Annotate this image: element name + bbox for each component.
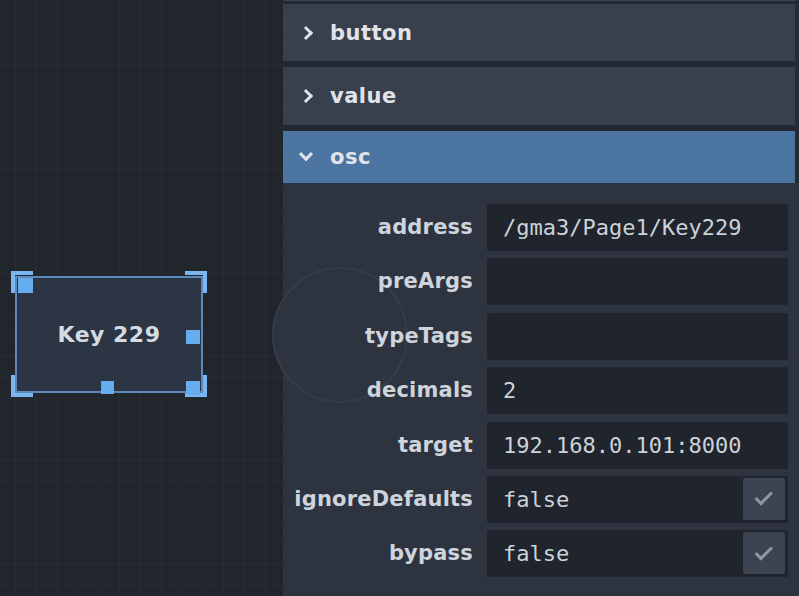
field-row-ignoredefaults: ignoreDefaults false <box>283 476 799 523</box>
section-label: value <box>330 84 397 108</box>
field-label: address <box>283 204 487 251</box>
resize-handle-bottom[interactable] <box>101 381 114 394</box>
chevron-right-icon <box>299 25 313 39</box>
editor-canvas[interactable]: Key 229 <box>0 0 283 596</box>
bypass-input[interactable]: false <box>487 530 788 577</box>
check-icon <box>754 488 772 506</box>
selection-bracket-bottom-left <box>11 375 33 397</box>
section-header-osc[interactable]: osc <box>283 131 799 183</box>
field-label: typeTags <box>283 313 487 360</box>
field-label: target <box>283 422 487 469</box>
section-label: osc <box>330 145 371 169</box>
field-row-preargs: preArgs <box>283 258 799 305</box>
chevron-right-icon <box>299 89 313 103</box>
field-row-bypass: bypass false <box>283 530 799 577</box>
decimals-input[interactable]: 2 <box>487 367 788 414</box>
field-row-target: target 192.168.0.101:8000 <box>283 422 799 469</box>
field-label: decimals <box>283 367 487 414</box>
resize-handle-bottom-right[interactable] <box>186 381 200 395</box>
panel-right-gutter <box>795 0 799 183</box>
chevron-down-icon <box>299 147 313 161</box>
osc-section-fields: address /gma3/Page1/Key229 preArgs typeT… <box>283 183 799 577</box>
field-row-decimals: decimals 2 <box>283 367 799 414</box>
section-label: button <box>330 21 412 45</box>
selection-bracket-top-right <box>185 271 207 293</box>
field-label: preArgs <box>283 258 487 305</box>
typetags-input[interactable] <box>487 313 788 360</box>
target-input[interactable]: 192.168.0.101:8000 <box>487 422 788 469</box>
address-input[interactable]: /gma3/Page1/Key229 <box>487 204 788 251</box>
field-value: false <box>503 541 569 566</box>
resize-handle-right[interactable] <box>186 330 200 344</box>
preargs-input[interactable] <box>487 258 788 305</box>
inspector-panel: button value osc address /gma3/Page1/Key… <box>283 0 799 596</box>
field-row-address: address /gma3/Page1/Key229 <box>283 204 799 251</box>
check-icon <box>754 542 772 560</box>
bypass-checkbox[interactable] <box>743 532 785 574</box>
section-header-button[interactable]: button <box>283 4 799 61</box>
field-value: /gma3/Page1/Key229 <box>503 215 741 240</box>
section-header-value[interactable]: value <box>283 67 799 125</box>
field-value: 2 <box>503 378 516 403</box>
button-widget[interactable]: Key 229 <box>15 276 203 393</box>
selection-handle-top-left[interactable] <box>18 278 33 293</box>
ignoredefaults-checkbox[interactable] <box>743 478 785 520</box>
field-label: ignoreDefaults <box>283 476 487 523</box>
ignoredefaults-input[interactable]: false <box>487 476 788 523</box>
field-row-typetags: typeTags <box>283 313 799 360</box>
widget-label: Key 229 <box>57 322 160 347</box>
field-value: 192.168.0.101:8000 <box>503 433 741 458</box>
field-value: false <box>503 487 569 512</box>
field-label: bypass <box>283 530 487 577</box>
